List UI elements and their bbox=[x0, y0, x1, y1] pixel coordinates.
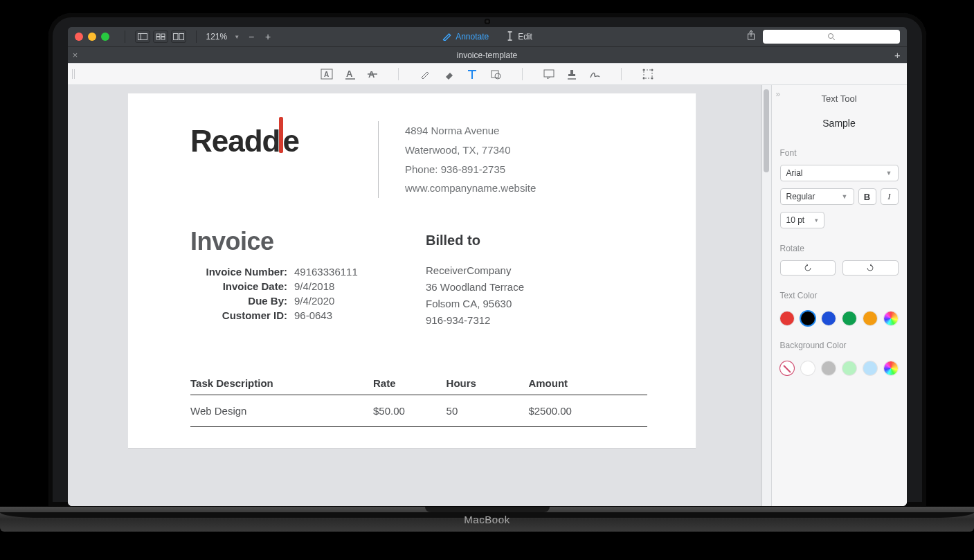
close-window-button[interactable] bbox=[75, 33, 83, 41]
font-style-value: Regular bbox=[786, 192, 815, 201]
window-controls bbox=[75, 33, 109, 41]
bg-color-swatches bbox=[780, 361, 899, 375]
search-input[interactable] bbox=[763, 30, 900, 44]
table-cell: 50 bbox=[447, 395, 529, 427]
color-swatch-red[interactable] bbox=[780, 311, 794, 325]
font-size-select[interactable]: 10 pt ▾ bbox=[780, 212, 824, 228]
toolbar-handle bbox=[72, 69, 75, 79]
color-swatch-lightgreen[interactable] bbox=[842, 361, 856, 375]
billed-line: 916-934-7312 bbox=[426, 312, 524, 329]
divider bbox=[125, 30, 125, 43]
font-family-value: Arial bbox=[786, 168, 803, 178]
chevron-down-icon: ▾ bbox=[815, 217, 818, 224]
tab-add-button[interactable]: + bbox=[889, 49, 907, 61]
rotate-ccw-button[interactable] bbox=[780, 260, 836, 276]
company-line: Waterwood, TX, 77340 bbox=[405, 141, 536, 160]
zoom-control: 121% ▼ − + bbox=[206, 31, 273, 42]
collapse-inspector-icon[interactable]: » bbox=[776, 89, 781, 99]
billed-line: Folsom CA, 95630 bbox=[426, 296, 524, 312]
table-header: Task Description bbox=[190, 377, 373, 395]
chevron-down-icon: ▼ bbox=[886, 170, 892, 177]
selection-icon[interactable] bbox=[642, 69, 653, 80]
company-line: 4894 Norma Avenue bbox=[405, 121, 536, 141]
zoom-in-button[interactable]: + bbox=[263, 31, 273, 42]
titlebar-right bbox=[746, 30, 900, 44]
bold-button[interactable]: B bbox=[858, 188, 876, 205]
meta-label: Invoice Date: bbox=[190, 280, 294, 292]
underline-icon[interactable]: A bbox=[345, 69, 355, 80]
meta-label: Customer ID: bbox=[190, 309, 294, 321]
rotate-cw-button[interactable] bbox=[842, 260, 899, 276]
table-cell: Web Design bbox=[190, 395, 373, 427]
shape-icon[interactable] bbox=[490, 69, 501, 80]
signature-icon[interactable] bbox=[589, 69, 600, 80]
sidebar-toggle-icon[interactable] bbox=[135, 30, 150, 43]
color-swatch-black[interactable] bbox=[801, 311, 815, 325]
italic-label: I bbox=[887, 191, 890, 202]
annotate-mode-button[interactable]: Annotate bbox=[442, 31, 489, 43]
svg-rect-6 bbox=[173, 34, 178, 40]
stamp-icon[interactable] bbox=[567, 69, 577, 80]
text-color-swatches bbox=[780, 311, 899, 325]
edit-mode-button[interactable]: Edit bbox=[505, 31, 532, 43]
zoom-window-button[interactable] bbox=[101, 33, 109, 41]
divider bbox=[196, 30, 197, 43]
text-cursor-icon bbox=[505, 31, 514, 43]
rotate-cw-icon bbox=[865, 263, 875, 273]
chevron-down-icon[interactable]: ▼ bbox=[234, 34, 240, 40]
italic-button[interactable]: I bbox=[881, 188, 899, 205]
billed-line: ReceiverCompany bbox=[426, 262, 524, 279]
split-view-icon[interactable] bbox=[171, 30, 186, 43]
billed-line: 36 Woodland Terrace bbox=[426, 279, 524, 296]
font-style-select[interactable]: Regular ▼ bbox=[780, 188, 854, 205]
billed-heading: Billed to bbox=[426, 233, 524, 249]
vertical-scrollbar[interactable] bbox=[761, 85, 771, 506]
table-row: Web Design $50.00 50 $2500.00 bbox=[190, 395, 647, 427]
color-swatch-orange[interactable] bbox=[863, 311, 877, 325]
color-swatch-green[interactable] bbox=[842, 311, 856, 325]
tab-close-button[interactable]: × bbox=[68, 50, 83, 60]
font-family-select[interactable]: Arial ▼ bbox=[780, 165, 899, 181]
table-cell: $2500.00 bbox=[528, 395, 647, 427]
company-info: 4894 Norma Avenue Waterwood, TX, 77340 P… bbox=[405, 121, 536, 198]
invoice-section: Invoice Invoice Number: 49163336111 Invo… bbox=[190, 227, 647, 329]
color-swatch-none[interactable] bbox=[780, 361, 794, 375]
meta-label: Due By: bbox=[190, 295, 294, 307]
minimize-window-button[interactable] bbox=[88, 33, 96, 41]
eraser-icon[interactable] bbox=[443, 69, 454, 80]
svg-rect-19 bbox=[544, 70, 554, 77]
rotate-section-label: Rotate bbox=[780, 244, 899, 253]
color-swatch-custom[interactable] bbox=[884, 361, 898, 375]
layout-toggle-group bbox=[135, 30, 186, 43]
note-icon[interactable] bbox=[543, 69, 554, 79]
zoom-value[interactable]: 121% bbox=[206, 32, 228, 42]
scrollbar-thumb[interactable] bbox=[764, 89, 769, 172]
edit-label: Edit bbox=[518, 32, 532, 42]
tab-title[interactable]: invoice-template bbox=[457, 51, 517, 60]
text-tool-icon[interactable] bbox=[467, 69, 478, 80]
color-swatch-custom[interactable] bbox=[884, 311, 898, 325]
share-icon[interactable] bbox=[746, 30, 756, 44]
table-header: Amount bbox=[528, 377, 647, 395]
grid-view-icon[interactable] bbox=[153, 30, 168, 43]
logo-bar-icon bbox=[279, 117, 283, 153]
meta-label: Invoice Number: bbox=[190, 266, 294, 278]
svg-rect-5 bbox=[161, 37, 165, 40]
color-swatch-lightblue[interactable] bbox=[863, 361, 877, 375]
table-header-row: Task Description Rate Hours Amount bbox=[190, 377, 647, 395]
strikethrough-icon[interactable]: A bbox=[368, 69, 377, 80]
color-swatch-blue[interactable] bbox=[822, 311, 836, 325]
canvas-area[interactable]: Readde 4894 Norma Avenue Waterwood, TX, … bbox=[68, 85, 761, 506]
camera-dot bbox=[485, 19, 490, 24]
color-swatch-gray[interactable] bbox=[822, 361, 836, 375]
font-size-value: 10 pt bbox=[786, 215, 805, 225]
meta-value: 96-0643 bbox=[294, 309, 398, 321]
annotation-toolbar: A A A bbox=[68, 63, 907, 85]
text-style-icon[interactable]: A bbox=[321, 69, 333, 80]
svg-rect-0 bbox=[138, 34, 147, 40]
color-swatch-white[interactable] bbox=[801, 361, 815, 375]
zoom-out-button[interactable]: − bbox=[246, 31, 256, 42]
svg-point-9 bbox=[828, 34, 833, 39]
pencil-icon[interactable] bbox=[420, 69, 431, 80]
workspace: Readde 4894 Norma Avenue Waterwood, TX, … bbox=[68, 85, 907, 506]
